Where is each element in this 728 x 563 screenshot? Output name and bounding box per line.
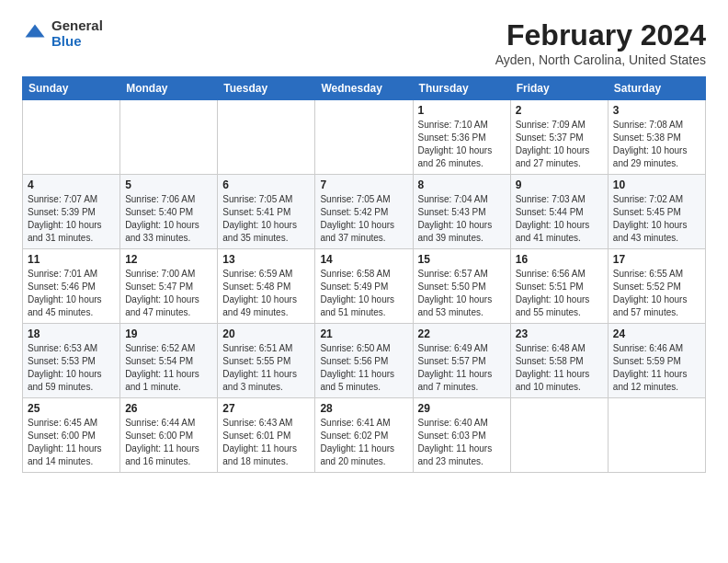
calendar-cell: 11Sunrise: 7:01 AM Sunset: 5:46 PM Dayli… [23,249,120,324]
day-number: 15 [418,253,506,266]
day-number: 6 [222,178,310,191]
day-detail: Sunrise: 6:40 AM Sunset: 6:03 PM Dayligh… [418,417,506,468]
day-detail: Sunrise: 7:05 AM Sunset: 5:41 PM Dayligh… [222,193,310,245]
calendar-week-row: 1Sunrise: 7:10 AM Sunset: 5:36 PM Daylig… [23,100,706,175]
column-header-tuesday: Tuesday [218,77,315,100]
day-detail: Sunrise: 7:07 AM Sunset: 5:39 PM Dayligh… [28,193,115,245]
calendar-cell: 15Sunrise: 6:57 AM Sunset: 5:50 PM Dayli… [413,249,510,324]
calendar-cell: 13Sunrise: 6:59 AM Sunset: 5:48 PM Dayli… [218,249,315,324]
day-number: 1 [418,104,506,117]
day-number: 11 [28,253,115,266]
calendar-cell: 16Sunrise: 6:56 AM Sunset: 5:51 PM Dayli… [510,249,608,324]
day-detail: Sunrise: 6:58 AM Sunset: 5:49 PM Dayligh… [320,268,407,319]
calendar-cell: 14Sunrise: 6:58 AM Sunset: 5:49 PM Dayli… [315,249,413,324]
day-detail: Sunrise: 7:06 AM Sunset: 5:40 PM Dayligh… [125,193,212,245]
calendar-cell: 12Sunrise: 7:00 AM Sunset: 5:47 PM Dayli… [120,249,218,324]
column-header-monday: Monday [120,77,218,100]
calendar-cell: 6Sunrise: 7:05 AM Sunset: 5:41 PM Daylig… [218,175,315,249]
day-number: 8 [418,178,506,191]
day-detail: Sunrise: 6:44 AM Sunset: 6:00 PM Dayligh… [125,417,212,468]
logo-blue: Blue [51,34,103,50]
calendar-cell: 21Sunrise: 6:50 AM Sunset: 5:56 PM Dayli… [315,324,413,398]
day-number: 14 [320,253,407,266]
calendar-cell: 1Sunrise: 7:10 AM Sunset: 5:36 PM Daylig… [413,100,510,175]
day-number: 13 [222,253,310,266]
day-number: 12 [125,253,212,266]
day-detail: Sunrise: 6:56 AM Sunset: 5:51 PM Dayligh… [516,268,603,319]
logo-general: General [51,18,103,34]
day-number: 21 [320,327,407,340]
calendar-cell: 17Sunrise: 6:55 AM Sunset: 5:52 PM Dayli… [608,249,705,324]
day-number: 7 [320,178,407,191]
calendar-cell: 28Sunrise: 6:41 AM Sunset: 6:02 PM Dayli… [315,398,413,473]
day-detail: Sunrise: 6:48 AM Sunset: 5:58 PM Dayligh… [516,342,603,394]
calendar-week-row: 25Sunrise: 6:45 AM Sunset: 6:00 PM Dayli… [23,398,706,473]
calendar-cell [510,398,608,473]
day-detail: Sunrise: 7:02 AM Sunset: 5:45 PM Dayligh… [613,193,700,245]
day-detail: Sunrise: 6:51 AM Sunset: 5:55 PM Dayligh… [222,342,310,394]
calendar-week-row: 18Sunrise: 6:53 AM Sunset: 5:53 PM Dayli… [23,324,706,398]
calendar-cell [608,398,705,473]
day-detail: Sunrise: 7:09 AM Sunset: 5:37 PM Dayligh… [516,119,603,170]
calendar-table: SundayMondayTuesdayWednesdayThursdayFrid… [22,76,706,473]
calendar-cell: 8Sunrise: 7:04 AM Sunset: 5:43 PM Daylig… [413,175,510,249]
day-number: 20 [222,327,310,340]
subtitle: Ayden, North Carolina, United States [495,52,706,67]
header: General Blue February 2024 Ayden, North … [22,18,706,67]
day-number: 23 [516,327,603,340]
calendar-cell [315,100,413,175]
main-title: February 2024 [495,18,706,52]
calendar-cell [218,100,315,175]
calendar-cell: 27Sunrise: 6:43 AM Sunset: 6:01 PM Dayli… [218,398,315,473]
column-header-thursday: Thursday [413,77,510,100]
column-header-saturday: Saturday [608,77,705,100]
calendar-cell: 9Sunrise: 7:03 AM Sunset: 5:44 PM Daylig… [510,175,608,249]
day-number: 25 [28,402,115,415]
calendar-cell: 7Sunrise: 7:05 AM Sunset: 5:42 PM Daylig… [315,175,413,249]
calendar-cell: 3Sunrise: 7:08 AM Sunset: 5:38 PM Daylig… [608,100,705,175]
logo-icon [22,21,48,47]
calendar-cell: 29Sunrise: 6:40 AM Sunset: 6:03 PM Dayli… [413,398,510,473]
calendar-week-row: 4Sunrise: 7:07 AM Sunset: 5:39 PM Daylig… [23,175,706,249]
day-detail: Sunrise: 6:50 AM Sunset: 5:56 PM Dayligh… [320,342,407,394]
day-detail: Sunrise: 7:04 AM Sunset: 5:43 PM Dayligh… [418,193,506,245]
logo: General Blue [22,18,103,49]
title-block: February 2024 Ayden, North Carolina, Uni… [495,18,706,67]
day-detail: Sunrise: 6:52 AM Sunset: 5:54 PM Dayligh… [125,342,212,394]
calendar-cell: 19Sunrise: 6:52 AM Sunset: 5:54 PM Dayli… [120,324,218,398]
day-number: 2 [516,104,603,117]
day-number: 24 [613,327,700,340]
day-number: 18 [28,327,115,340]
day-number: 26 [125,402,212,415]
calendar-cell: 20Sunrise: 6:51 AM Sunset: 5:55 PM Dayli… [218,324,315,398]
day-number: 3 [613,104,700,117]
day-detail: Sunrise: 6:41 AM Sunset: 6:02 PM Dayligh… [320,417,407,468]
logo-text: General Blue [51,18,103,49]
day-number: 10 [613,178,700,191]
calendar-cell: 2Sunrise: 7:09 AM Sunset: 5:37 PM Daylig… [510,100,608,175]
day-detail: Sunrise: 6:57 AM Sunset: 5:50 PM Dayligh… [418,268,506,319]
day-detail: Sunrise: 6:59 AM Sunset: 5:48 PM Dayligh… [222,268,310,319]
day-detail: Sunrise: 7:08 AM Sunset: 5:38 PM Dayligh… [613,119,700,170]
day-number: 4 [28,178,115,191]
calendar-cell: 26Sunrise: 6:44 AM Sunset: 6:00 PM Dayli… [120,398,218,473]
svg-marker-0 [26,24,45,37]
day-number: 22 [418,327,506,340]
day-detail: Sunrise: 6:53 AM Sunset: 5:53 PM Dayligh… [28,342,115,394]
day-detail: Sunrise: 6:45 AM Sunset: 6:00 PM Dayligh… [28,417,115,468]
day-number: 29 [418,402,506,415]
day-number: 16 [516,253,603,266]
calendar-cell: 18Sunrise: 6:53 AM Sunset: 5:53 PM Dayli… [23,324,120,398]
day-number: 28 [320,402,407,415]
day-detail: Sunrise: 6:46 AM Sunset: 5:59 PM Dayligh… [613,342,700,394]
day-number: 9 [516,178,603,191]
calendar-cell: 24Sunrise: 6:46 AM Sunset: 5:59 PM Dayli… [608,324,705,398]
calendar-cell: 5Sunrise: 7:06 AM Sunset: 5:40 PM Daylig… [120,175,218,249]
column-header-friday: Friday [510,77,608,100]
day-number: 17 [613,253,700,266]
day-number: 27 [222,402,310,415]
calendar-cell [120,100,218,175]
calendar-cell [23,100,120,175]
column-header-sunday: Sunday [23,77,120,100]
day-detail: Sunrise: 7:05 AM Sunset: 5:42 PM Dayligh… [320,193,407,245]
